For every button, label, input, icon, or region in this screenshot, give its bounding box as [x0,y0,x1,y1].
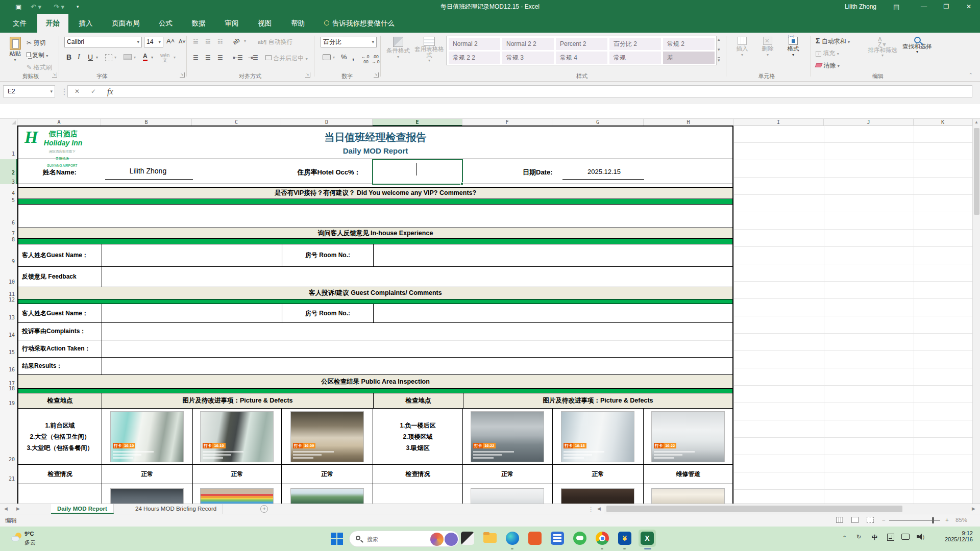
orientation-dropdown[interactable]: ▾ [244,39,246,43]
row-number[interactable]: 14 [0,332,17,338]
hscroll-right-arrow[interactable]: ▶ [972,506,975,511]
active-cell-e2[interactable] [372,159,463,185]
col-header-f[interactable]: F [462,119,552,126]
zoom-out-button[interactable]: − [882,517,886,523]
copilot-icon[interactable] [445,533,458,546]
date-value[interactable]: 2025.12.15 [559,168,649,176]
file-explorer-icon[interactable] [483,532,497,545]
inspection-photo[interactable]: 打卡16:10 [200,411,274,462]
style-normal22[interactable]: Normal 2 2 [502,37,554,51]
fill-button[interactable]: ↓ 填充 ▾ [816,49,839,58]
display-tray-icon[interactable] [901,534,910,540]
inspection-photo[interactable]: 打卡16:09 [290,411,364,462]
ime-skin-icon[interactable] [887,534,894,541]
tab-insert[interactable]: 插入 [70,14,102,33]
inspection-photo[interactable]: 打卡16:22 [471,411,544,462]
sheet-tab-24hours[interactable]: 24 Hours MOD Briefing Record [129,504,223,514]
vertical-scrollbar[interactable]: ▲ [972,119,980,504]
start-button[interactable] [331,533,343,545]
copy-button[interactable]: 复制 ▾ [27,51,48,60]
bottom-align-icon[interactable]: ☷ [217,38,223,45]
row-number[interactable]: 8 [0,237,17,242]
zoom-slider-thumb[interactable] [932,517,934,523]
align-left-icon[interactable]: ☰ [193,54,198,61]
normal-view-icon[interactable] [836,517,843,523]
inspection-photo-partial[interactable] [290,488,364,504]
percent-style-button[interactable]: % [341,53,347,61]
number-dialog-launcher[interactable]: ↘ [374,72,379,78]
tab-scroll-splitter[interactable]: ⋮ [588,506,594,513]
font-family-combobox[interactable]: Calibri▾ [64,37,142,47]
orientation-icon[interactable]: ab [231,36,241,46]
alignment-dialog-launcher[interactable]: ↘ [305,72,310,78]
comma-style-button[interactable]: , [352,53,354,61]
search-highlight-icon[interactable] [430,533,444,546]
zoom-level[interactable]: 85% [955,517,967,523]
account-user[interactable]: Lilith Zhong [845,0,876,14]
find-select-button[interactable]: 查找和选择▾ [901,37,933,54]
row-number[interactable]: 21 [0,476,17,482]
room-no-input[interactable] [374,304,732,322]
conditional-formatting-button[interactable]: 条件格式▾ [384,37,412,59]
edge-icon[interactable] [506,532,519,545]
col-header-i[interactable]: I [733,119,824,126]
row-number[interactable]: 12 [0,297,17,303]
page-layout-view-icon[interactable] [851,517,859,523]
underline-button[interactable]: U [88,53,93,61]
confirm-entry-icon[interactable]: ✓ [91,88,96,95]
font-color-dropdown[interactable]: ▾ [151,55,153,60]
decrease-decimal-button[interactable]: .00→.0 [372,54,380,64]
select-all-corner[interactable] [0,119,17,126]
wrap-text-button[interactable]: ab¶ 自动换行 [258,38,293,46]
guest-name-input[interactable] [102,304,282,322]
name-value[interactable]: Lilith Zhong [102,167,194,175]
weather-temp[interactable]: 9°C [24,531,34,537]
col-header-b[interactable]: B [101,119,192,126]
inspection-photo-partial[interactable] [561,488,634,504]
page-break-view-icon[interactable] [867,517,874,523]
format-as-table-button[interactable]: 套用表格格式▾ [414,37,444,63]
top-align-icon[interactable]: ☱ [193,38,198,45]
sheet-nav-right-icon[interactable]: ▶ [16,506,20,511]
row-number[interactable]: 4 [0,190,17,196]
col-header-g[interactable]: G [552,119,644,126]
tab-formulas[interactable]: 公式 [150,14,181,33]
vip-answer-row[interactable] [18,205,732,228]
style-changgui22[interactable]: 常规 2 2 [448,51,501,64]
sheet-nav-left-icon[interactable]: ◀ [4,506,8,511]
fill-color-dropdown[interactable]: ▾ [134,55,136,60]
inspection-photo-partial[interactable] [200,488,274,504]
format-painter-button[interactable]: ✎ 格式刷 [27,63,52,72]
gallery-more-arrow[interactable]: ▾ [718,57,720,63]
increase-indent-icon[interactable]: ⇥☰ [248,54,258,61]
inspection-photo[interactable]: 打卡16:10 [110,411,184,462]
excel-icon[interactable]: X [641,532,654,545]
tab-data[interactable]: 数据 [183,14,214,33]
cut-button[interactable]: ✂ 剪切 [27,39,45,47]
maximize-button[interactable]: ❐ [935,0,958,14]
row-number[interactable]: 18 [0,386,17,391]
autosum-button[interactable]: Σ 自动求和 ▾ [816,37,850,46]
font-color-button[interactable]: A [143,53,148,61]
app-icon-blue-grid[interactable] [551,532,564,545]
app-icon-notes[interactable] [461,532,474,545]
col-header-a[interactable]: A [17,119,101,126]
format-cells-button[interactable]: |↔| 格式▾ [782,37,804,57]
zoom-in-button[interactable]: + [945,517,949,523]
row-number[interactable]: 16 [0,367,17,372]
fill-handle[interactable] [460,182,463,185]
row-number[interactable]: 20 [0,457,17,462]
decrease-indent-icon[interactable]: ⇤☰ [233,54,242,61]
grow-font-button[interactable]: A˄ [166,37,175,45]
search-box[interactable]: 搜索 [349,531,459,547]
inspection-photo[interactable]: 打卡16:22 [651,411,725,462]
tab-page-layout[interactable]: 页面布局 [103,14,148,33]
weather-icon[interactable] [11,533,22,544]
action-input[interactable] [102,340,732,357]
increase-decimal-button[interactable]: ←.0.00 [361,54,370,64]
collapse-ribbon-icon[interactable]: ⌃ [969,72,973,78]
clear-button[interactable]: 清除 ▾ [816,61,840,70]
minimize-button[interactable]: — [913,0,935,14]
align-right-icon[interactable]: ☰ [217,54,223,61]
sort-filter-button[interactable]: AZ▼ 排序和筛选▾ [867,37,898,58]
